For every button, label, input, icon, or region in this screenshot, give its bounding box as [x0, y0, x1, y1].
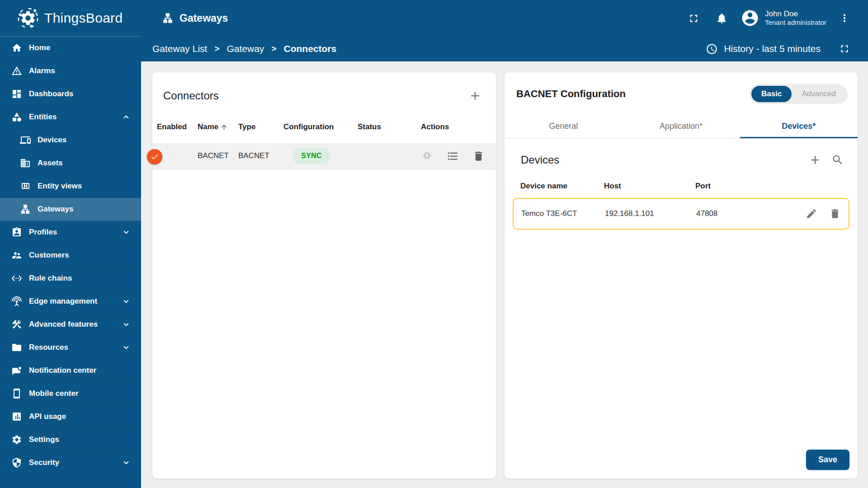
mode-option-basic[interactable]: Basic: [751, 86, 792, 102]
rpc-button[interactable]: [421, 150, 433, 162]
sidebar-item-entity-views[interactable]: Entity views: [0, 175, 141, 198]
entities-icon: [11, 112, 22, 122]
connectors-column-status[interactable]: Status: [358, 122, 421, 131]
thingsboard-logo-icon: [17, 7, 39, 29]
breadcrumb-gateway[interactable]: Gateway: [227, 43, 264, 54]
connectors-column-configuration[interactable]: Configuration: [283, 122, 358, 131]
sidebar-item-label: Entity views: [38, 182, 82, 191]
more-menu-button[interactable]: [835, 8, 854, 28]
devices-table-header: Device nameHostPort: [513, 175, 849, 196]
topbar: ThingsBoard Gateways John Doe Tenant adm…: [0, 0, 868, 36]
dashboard-fullscreen-button[interactable]: [835, 39, 854, 59]
column-label: Type: [238, 122, 255, 131]
sidebar-item-label: Devices: [38, 136, 66, 145]
configuration-chip: SYNC: [292, 148, 330, 164]
sidebar-item-customers[interactable]: Customers: [0, 244, 141, 267]
column-label: Status: [358, 122, 381, 131]
fullscreen-button[interactable]: [684, 8, 703, 28]
api-usage-icon: [11, 411, 22, 422]
edge-management-icon: [11, 296, 22, 307]
entity-views-icon: [20, 181, 31, 192]
sidebar-item-profiles[interactable]: Profiles: [0, 221, 141, 244]
devices-column-host: Host: [604, 182, 695, 191]
user-menu[interactable]: John Doe Tenant administrator: [765, 9, 826, 27]
tab-devices[interactable]: Devices*: [740, 114, 858, 138]
settings-icon: [11, 434, 22, 445]
sidebar-item-alarms[interactable]: Alarms: [0, 60, 141, 83]
sidebar-item-security[interactable]: Security: [0, 451, 141, 474]
connectors-title: Connectors: [163, 89, 219, 102]
mode-option-advanced[interactable]: Advanced: [792, 86, 846, 102]
logs-list-button[interactable]: [447, 150, 459, 162]
delete-button[interactable]: [472, 150, 485, 162]
sidebar-item-dashboards[interactable]: Dashboards: [0, 83, 141, 106]
sidebar-item-label: Advanced features: [29, 320, 98, 329]
devices-section: Devices Device nameHostPort Temco T3E-6C…: [505, 138, 858, 230]
search-devices-button[interactable]: [829, 151, 847, 169]
history-timewindow-button[interactable]: History - last 5 minutes: [706, 43, 821, 55]
sidebar-item-label: Customers: [29, 251, 69, 260]
sidebar-item-assets[interactable]: Assets: [0, 152, 141, 175]
topbar-right: John Doe Tenant administrator: [675, 8, 868, 28]
sidebar-item-api-usage[interactable]: API usage: [0, 405, 141, 428]
sidebar-item-settings[interactable]: Settings: [0, 428, 141, 451]
avatar[interactable]: [741, 9, 760, 28]
sidebar-item-label: API usage: [29, 412, 66, 421]
tab-application[interactable]: Application*: [622, 114, 740, 138]
add-device-button[interactable]: [806, 151, 824, 169]
assets-icon: [20, 158, 31, 169]
rpc-icon: [421, 150, 433, 162]
sidebar-item-label: Resources: [29, 343, 68, 352]
customers-icon: [11, 250, 22, 261]
sidebar-item-devices[interactable]: Devices: [0, 129, 141, 152]
dashboards-icon: [11, 89, 22, 99]
page-title: Gateways: [162, 12, 228, 24]
save-button[interactable]: Save: [806, 450, 849, 470]
sidebar-item-label: Dashboards: [29, 89, 73, 99]
sidebar-item-edge-management[interactable]: Edge management: [0, 290, 141, 313]
bell-icon: [716, 12, 728, 24]
sidebar-item-advanced-features[interactable]: Advanced features: [0, 313, 141, 336]
breadcrumb-separator: >: [214, 44, 219, 54]
connectors-panel: Connectors EnabledNameTypeConfigurationS…: [152, 72, 496, 479]
delete-icon: [472, 150, 485, 162]
sidebar-item-resources[interactable]: Resources: [0, 336, 141, 359]
device-port: 47808: [696, 209, 787, 218]
sidebar-item-entities[interactable]: Entities: [0, 106, 141, 129]
history-label: History - last 5 minutes: [724, 43, 821, 54]
breadcrumb-separator: >: [271, 44, 276, 54]
delete-device-button[interactable]: [829, 208, 841, 220]
column-label: Actions: [421, 122, 449, 131]
sidebar-item-gateways[interactable]: Gateways: [0, 198, 141, 221]
connectors-table-body: BACNETBACNETSYNC: [152, 140, 496, 169]
subbar-toolbar: History - last 5 minutes: [706, 39, 854, 59]
clock-icon: [706, 43, 718, 55]
app-logo[interactable]: ThingsBoard: [0, 7, 141, 29]
add-connector-button[interactable]: [466, 87, 484, 105]
sidebar-item-notification-center[interactable]: Notification center: [0, 359, 141, 382]
security-icon: [11, 457, 22, 468]
edit-device-button[interactable]: [806, 208, 817, 220]
device-row[interactable]: Temco T3E-6CT192.168.1.10147808: [513, 198, 849, 230]
sidebar-item-label: Edge management: [29, 297, 97, 306]
chevron-up-icon: [121, 112, 131, 122]
notifications-button[interactable]: [712, 8, 731, 28]
connectors-column-name[interactable]: Name: [198, 122, 238, 131]
devices-table-body: Temco T3E-6CT192.168.1.10147808: [513, 198, 849, 230]
check-icon: [150, 152, 159, 161]
connectors-column-enabled[interactable]: Enabled: [157, 122, 198, 131]
devices-column-port: Port: [695, 182, 788, 191]
sidebar-item-label: Profiles: [29, 228, 57, 237]
sidebar-item-home[interactable]: Home: [0, 37, 141, 60]
connectors-column-type[interactable]: Type: [238, 122, 283, 131]
sidebar-item-label: Mobile center: [29, 389, 79, 398]
sidebar-item-label: Alarms: [29, 66, 55, 75]
main-content: Connectors EnabledNameTypeConfigurationS…: [141, 61, 868, 488]
tab-general[interactable]: General: [505, 114, 622, 138]
connectors-column-actions[interactable]: Actions: [421, 122, 492, 131]
sidebar-item-rule-chains[interactable]: Rule chains: [0, 267, 141, 290]
breadcrumb-gateway-list[interactable]: Gateway List: [152, 43, 207, 54]
sidebar-item-mobile-center[interactable]: Mobile center: [0, 382, 141, 405]
connector-row[interactable]: BACNETBACNETSYNC: [152, 143, 496, 169]
config-tabs: GeneralApplication*Devices*: [505, 114, 858, 138]
